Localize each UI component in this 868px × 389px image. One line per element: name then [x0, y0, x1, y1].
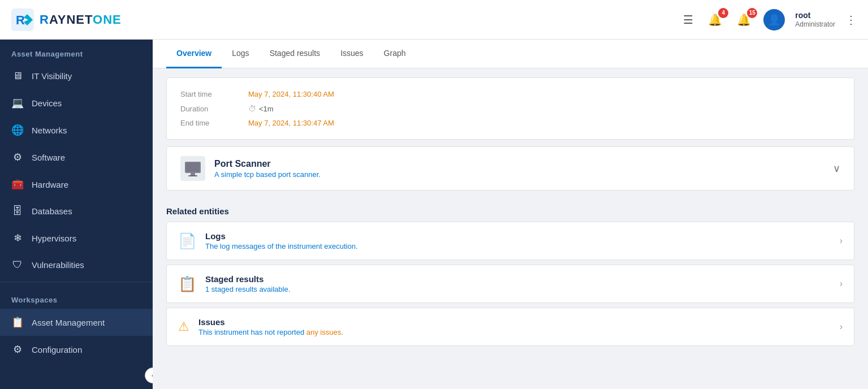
alerts-button[interactable]: 🔔 15: [735, 11, 753, 29]
tab-staged-results[interactable]: Staged results: [260, 40, 331, 68]
notifications-button[interactable]: 🔔 4: [706, 11, 724, 29]
sidebar-item-asset-management[interactable]: 📋 Asset Management: [0, 309, 153, 336]
sidebar-label-configuration: Configuration: [32, 345, 82, 355]
staged-results-doc-icon: 📋: [178, 275, 196, 293]
avatar: 👤: [763, 9, 785, 31]
menu-button[interactable]: ☰: [681, 11, 696, 29]
sidebar-section-workspaces: Workspaces: [0, 286, 153, 309]
entity-info-logs: Logs The log messages of the instrument …: [205, 231, 358, 250]
sidebar-item-hardware[interactable]: 🧰 Hardware: [0, 171, 153, 198]
sidebar-item-configuration[interactable]: ⚙ Configuration: [0, 336, 153, 363]
chevron-down-icon: ∨: [833, 163, 840, 174]
entity-desc-staged-results: 1 staged results available.: [205, 285, 290, 293]
duration-label: Duration: [180, 105, 248, 113]
sidebar-item-databases[interactable]: 🗄 Databases: [0, 198, 153, 224]
software-icon: ⚙: [11, 151, 24, 163]
sidebar: Asset Management 🖥 IT Visibility 💻 Devic…: [0, 40, 153, 389]
app-header: R RAYNETONE ☰ 🔔 4 🔔 15 👤 root Administra…: [0, 0, 868, 40]
shield-icon: 🛡: [11, 259, 24, 271]
related-entities-title: Related entities: [166, 206, 854, 216]
hardware-icon: 🧰: [11, 178, 24, 191]
svg-rect-5: [186, 163, 200, 172]
entity-desc-issues-link: any issues: [306, 328, 341, 336]
sidebar-item-it-visibility[interactable]: 🖥 IT Visibility: [0, 63, 153, 89]
notifications-badge: 4: [718, 8, 728, 18]
logs-doc-icon: 📄: [178, 232, 196, 250]
entity-card-staged-results[interactable]: 📋 Staged results 1 staged results availa…: [166, 265, 854, 303]
related-entities-section: Related entities 📄 Logs The log messages…: [153, 197, 868, 355]
duration-row: Duration ⏱ <1m: [180, 101, 840, 116]
entity-info-issues: Issues This instrument has not reported …: [198, 317, 343, 336]
user-name: root: [795, 11, 835, 20]
entity-title-issues: Issues: [198, 317, 343, 327]
logo-icon: R: [11, 8, 34, 31]
start-time-row: Start time May 7, 2024, 11:30:40 AM: [180, 87, 840, 101]
sidebar-label-networks: Networks: [32, 126, 67, 135]
main-layout: Asset Management 🖥 IT Visibility 💻 Devic…: [0, 40, 868, 389]
port-scanner-card: Port Scanner A simple tcp based port sca…: [166, 146, 854, 191]
duration-text: <1m: [259, 105, 274, 113]
tab-logs[interactable]: Logs: [222, 40, 259, 68]
issues-warning-icon: ⚠: [178, 319, 189, 334]
entity-chevron-staged-results: ›: [840, 279, 843, 289]
entity-left-logs: 📄 Logs The log messages of the instrumen…: [178, 231, 358, 250]
duration-value: ⏱ <1m: [248, 104, 274, 113]
scanner-desc-pre: A simple: [214, 170, 244, 179]
entity-chevron-logs: ›: [840, 236, 843, 246]
tab-issues[interactable]: Issues: [330, 40, 373, 68]
tabs-bar: Overview Logs Staged results Issues Grap…: [153, 40, 868, 68]
sidebar-label-asset-management: Asset Management: [32, 318, 105, 327]
sidebar-section-asset-management: Asset Management: [0, 40, 153, 63]
entity-title-logs: Logs: [205, 231, 358, 241]
user-info: root Administrator: [795, 11, 835, 28]
entity-card-issues[interactable]: ⚠ Issues This instrument has not reporte…: [166, 308, 854, 346]
info-card: Start time May 7, 2024, 11:30:40 AM Dura…: [166, 77, 854, 140]
alerts-badge: 15: [747, 8, 757, 18]
scanner-icon: [180, 156, 205, 181]
more-options-button[interactable]: ⋮: [845, 13, 857, 27]
sidebar-item-software[interactable]: ⚙ Software: [0, 144, 153, 171]
sidebar-item-hypervisors[interactable]: ❄ Hypervisors: [0, 224, 153, 252]
monitor-icon: 🖥: [11, 70, 24, 82]
database-icon: 🗄: [11, 205, 24, 217]
clock-icon: ⏱: [248, 104, 256, 113]
content-scroll: Start time May 7, 2024, 11:30:40 AM Dura…: [153, 68, 868, 389]
end-time-row: End time May 7, 2024, 11:30:47 AM: [180, 116, 840, 130]
entity-desc-staged-text: 1 staged results available.: [205, 285, 290, 293]
entity-left-staged-results: 📋 Staged results 1 staged results availa…: [178, 274, 290, 293]
sidebar-item-devices[interactable]: 💻 Devices: [0, 89, 153, 116]
sidebar-label-it-visibility: IT Visibility: [32, 71, 72, 81]
sidebar-label-hypervisors: Hypervisors: [32, 234, 76, 243]
entity-desc-logs: The log messages of the instrument execu…: [205, 242, 358, 250]
svg-rect-7: [188, 175, 197, 176]
content-area: Overview Logs Staged results Issues Grap…: [153, 40, 868, 389]
devices-icon: 💻: [11, 97, 24, 109]
config-icon: ⚙: [11, 343, 24, 356]
entity-desc-logs-link: instrument execution: [288, 242, 356, 250]
entity-card-logs[interactable]: 📄 Logs The log messages of the instrumen…: [166, 222, 854, 260]
logo: R RAYNETONE: [11, 8, 122, 31]
sidebar-label-hardware: Hardware: [32, 180, 68, 189]
entity-desc-issues: This instrument has not reported any iss…: [198, 328, 343, 336]
tab-graph[interactable]: Graph: [374, 40, 416, 68]
tab-overview[interactable]: Overview: [166, 40, 222, 68]
user-role: Administrator: [795, 20, 835, 28]
scanner-info: Port Scanner A simple tcp based port sca…: [214, 159, 321, 179]
end-time-value: May 7, 2024, 11:30:47 AM: [248, 119, 334, 127]
sidebar-item-networks[interactable]: 🌐 Networks: [0, 116, 153, 144]
entity-desc-issues-post: .: [341, 328, 343, 336]
workspace-icon: 📋: [11, 316, 24, 329]
end-time-label: End time: [180, 119, 248, 127]
entity-info-staged-results: Staged results 1 staged results availabl…: [205, 274, 290, 293]
sidebar-collapse-button[interactable]: ‹: [145, 368, 153, 383]
scanner-description: A simple tcp based port scanner.: [214, 170, 321, 179]
header-right: ☰ 🔔 4 🔔 15 👤 root Administrator ⋮: [681, 9, 857, 31]
sidebar-label-software: Software: [32, 153, 65, 162]
scanner-title: Port Scanner: [214, 159, 321, 169]
sidebar-item-vulnerabilities[interactable]: 🛡 Vulnerabilities: [0, 252, 153, 278]
chevron-left-icon: ‹: [152, 371, 153, 379]
logo-text: RAYNETONE: [40, 12, 122, 27]
scanner-expand-button[interactable]: ∨: [833, 162, 840, 175]
entity-title-staged-results: Staged results: [205, 274, 290, 284]
entity-desc-issues-text: This instrument has not reported: [198, 328, 306, 336]
